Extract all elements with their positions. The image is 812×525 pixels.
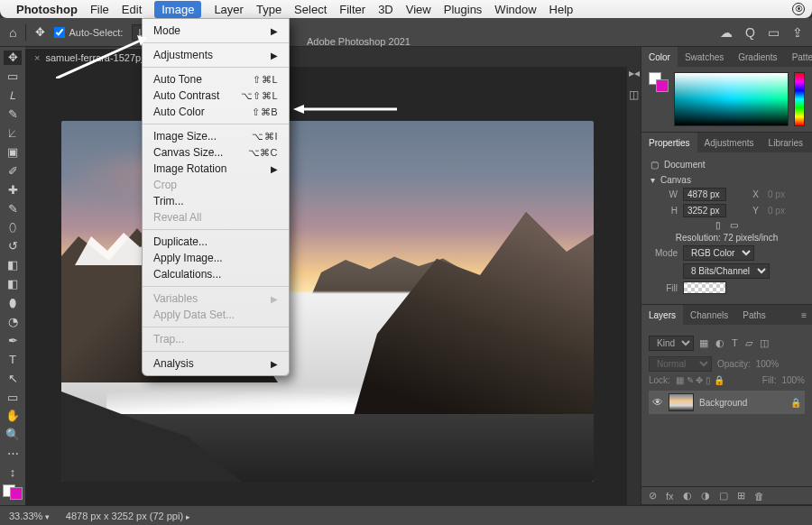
menuitem-auto-contrast[interactable]: Auto Contrast⌥⇧⌘L [143, 88, 289, 104]
home-icon[interactable]: ⌂ [9, 25, 16, 40]
visibility-icon[interactable]: 👁 [652, 396, 663, 409]
h-value[interactable]: 3252 px [683, 204, 726, 217]
tab-close-icon[interactable]: × [34, 52, 40, 63]
lock-icons[interactable]: ▦ ✎ ✥ ▯ 🔒 [676, 375, 724, 385]
collapse-icon[interactable]: ▸◂ [629, 67, 640, 79]
gradient-tool[interactable]: ◧ [4, 277, 22, 291]
search-icon[interactable]: Q [745, 25, 755, 40]
cloud-icon[interactable]: ☁ [720, 25, 733, 40]
menu-plugins[interactable]: Plugins [444, 3, 483, 16]
w-value[interactable]: 4878 px [683, 188, 726, 201]
marquee-tool[interactable]: ▭ [4, 69, 22, 84]
crop-tool[interactable]: ⟀ [4, 126, 22, 141]
fx-icon[interactable]: fx [666, 491, 674, 502]
menuitem-calculations[interactable]: Calculations... [143, 266, 289, 282]
adjustment-icon[interactable]: ◑ [701, 490, 710, 502]
blur-tool[interactable]: ⬮ [4, 296, 22, 310]
menuitem-image-rotation[interactable]: Image Rotation▶ [143, 161, 289, 177]
canvas-area[interactable] [25, 67, 627, 505]
dodge-tool[interactable]: ◔ [4, 315, 22, 329]
filter-type-icon[interactable]: T [732, 337, 738, 349]
frame-tool[interactable]: ▣ [4, 145, 22, 160]
color-spectrum[interactable] [674, 72, 789, 126]
brush-tool[interactable]: ✎ [4, 201, 22, 216]
menu-filter[interactable]: Filter [339, 3, 365, 16]
zoom-tool[interactable]: 🔍 [4, 428, 22, 442]
menuitem-image-size[interactable]: Image Size...⌥⌘I [143, 128, 289, 144]
color-swatches[interactable] [3, 484, 23, 500]
menu-edit[interactable]: Edit [122, 3, 142, 16]
panel-menu-icon[interactable]: ≡ [796, 310, 812, 320]
eraser-tool[interactable]: ◧ [4, 258, 22, 272]
stamp-tool[interactable]: ⬯ [4, 220, 22, 235]
menuitem-canvas-size[interactable]: Canvas Size...⌥⌘C [143, 144, 289, 161]
kind-select[interactable]: Kind [649, 336, 694, 351]
new-layer-icon[interactable]: ⊞ [737, 490, 745, 502]
menu-window[interactable]: Window [494, 3, 536, 16]
menuitem-apply-image[interactable]: Apply Image... [143, 250, 289, 266]
link-icon[interactable]: ⊘ [649, 490, 657, 502]
shape-tool[interactable]: ▭ [4, 390, 22, 404]
path-tool[interactable]: ↖ [4, 371, 22, 385]
histogram-icon[interactable]: ◫ [629, 88, 639, 101]
tab-gradients[interactable]: Gradients [731, 47, 784, 67]
trash-icon[interactable]: 🗑 [754, 491, 764, 502]
panel-swatch[interactable] [649, 72, 669, 92]
pen-tool[interactable]: ✒ [4, 334, 22, 348]
depth-select[interactable]: 8 Bits/Channel [683, 263, 770, 279]
menu-help[interactable]: Help [549, 3, 574, 16]
tab-channels[interactable]: Channels [683, 305, 735, 325]
menuitem-duplicate[interactable]: Duplicate... [143, 234, 289, 250]
zoom-level[interactable]: 33.33% [9, 511, 50, 521]
menu-3d[interactable]: 3D [378, 3, 393, 16]
menu-select[interactable]: Select [294, 3, 327, 16]
move-tool-icon[interactable]: ✥ [35, 25, 45, 39]
type-tool[interactable]: T [4, 352, 22, 366]
tab-patterns[interactable]: Patterns [785, 47, 812, 67]
move-tool[interactable]: ✥ [4, 51, 22, 65]
tab-adjustments[interactable]: Adjustments [697, 133, 761, 152]
tab-layers[interactable]: Layers [641, 305, 683, 325]
orient-landscape-icon[interactable]: ▭ [730, 220, 738, 230]
menuitem-auto-tone[interactable]: Auto Tone⇧⌘L [143, 71, 289, 88]
auto-select-checkbox[interactable]: Auto-Select: [54, 27, 123, 38]
menuitem-auto-color[interactable]: Auto Color⇧⌘B [143, 104, 289, 120]
tab-libraries[interactable]: Libraries [761, 133, 810, 152]
filter-smart-icon[interactable]: ◫ [760, 337, 769, 349]
app-name[interactable]: Photoshop [16, 3, 78, 16]
group-icon[interactable]: ▢ [719, 490, 728, 502]
orient-portrait-icon[interactable]: ▯ [715, 220, 721, 230]
filter-pixel-icon[interactable]: ▦ [699, 337, 708, 349]
menu-image[interactable]: Image [154, 1, 201, 18]
mask-icon[interactable]: ◐ [683, 490, 692, 502]
tab-properties[interactable]: Properties [641, 133, 697, 152]
fill-swatch[interactable] [683, 281, 726, 294]
menuitem-trim[interactable]: Trim... [143, 193, 289, 209]
filter-shape-icon[interactable]: ▱ [745, 337, 752, 349]
blend-select[interactable]: Normal [649, 356, 712, 372]
menuitem-adjustments[interactable]: Adjustments▶ [143, 47, 289, 63]
filter-adjust-icon[interactable]: ◐ [715, 337, 724, 349]
menu-type[interactable]: Type [256, 3, 281, 16]
menubar-icon[interactable]: ⦿ [792, 3, 805, 15]
tab-swatches[interactable]: Swatches [678, 47, 731, 67]
menuitem-analysis[interactable]: Analysis▶ [143, 355, 289, 372]
doc-dimensions[interactable]: 4878 px x 3252 px (72 ppi) [66, 511, 190, 521]
layer-row[interactable]: 👁 Background 🔒 [649, 391, 805, 414]
history-brush-tool[interactable]: ↺ [4, 239, 22, 253]
hand-tool[interactable]: ✋ [4, 409, 22, 423]
tab-color[interactable]: Color [641, 47, 678, 67]
tab-paths[interactable]: Paths [735, 305, 773, 325]
heal-tool[interactable]: ✚ [4, 182, 22, 197]
mode-select[interactable]: RGB Color [683, 245, 754, 261]
lock-icon[interactable]: 🔒 [790, 398, 801, 408]
hue-strip[interactable] [794, 72, 805, 126]
edit-toolbar[interactable]: ↕ [4, 465, 22, 480]
menuitem-mode[interactable]: Mode▶ [143, 23, 289, 39]
lasso-tool[interactable]: 𝘓 [4, 88, 22, 103]
menu-view[interactable]: View [406, 3, 431, 16]
workspace-icon[interactable]: ▭ [768, 25, 780, 40]
menu-layer[interactable]: Layer [214, 3, 244, 16]
eyedropper-tool[interactable]: ✐ [4, 163, 22, 178]
menu-file[interactable]: File [90, 3, 109, 16]
